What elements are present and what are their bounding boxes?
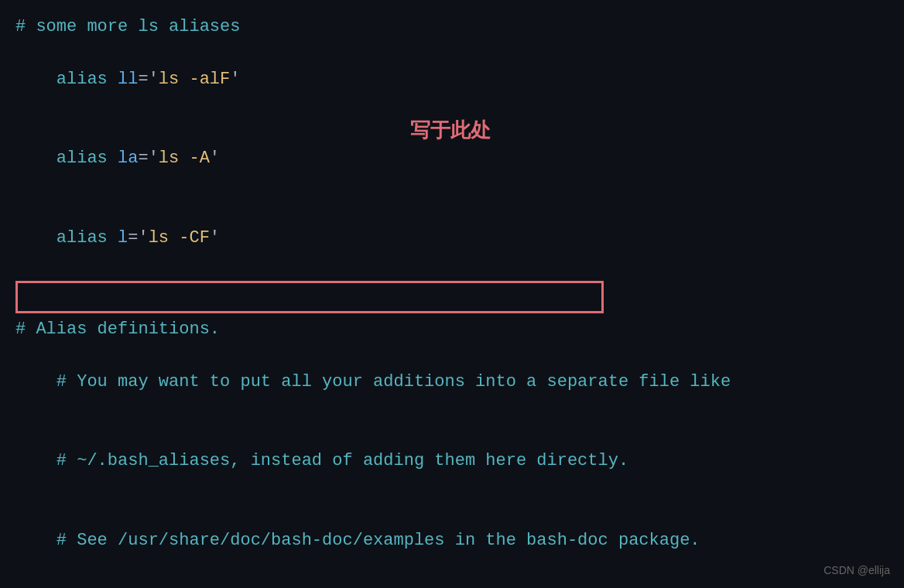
line-4: alias l='ls -CF' (15, 199, 889, 278)
annotation-box (15, 281, 604, 313)
line-9: # See /usr/share/doc/bash-doc/examples i… (15, 501, 889, 580)
line-8: # ~/.bash_aliases, instead of adding the… (15, 422, 889, 501)
code-editor: # some more ls aliases alias ll='ls -alF… (0, 0, 904, 588)
annotation-label: 写于此处 (410, 115, 491, 147)
line-6: # Alias definitions. (15, 316, 889, 343)
line-7: # You may want to put all your additions… (15, 343, 889, 422)
line-empty-1 (15, 580, 889, 588)
line-2: alias ll='ls -alF' (15, 40, 889, 119)
line-1: # some more ls aliases (15, 14, 889, 40)
watermark: CSDN @ellija (824, 562, 890, 579)
